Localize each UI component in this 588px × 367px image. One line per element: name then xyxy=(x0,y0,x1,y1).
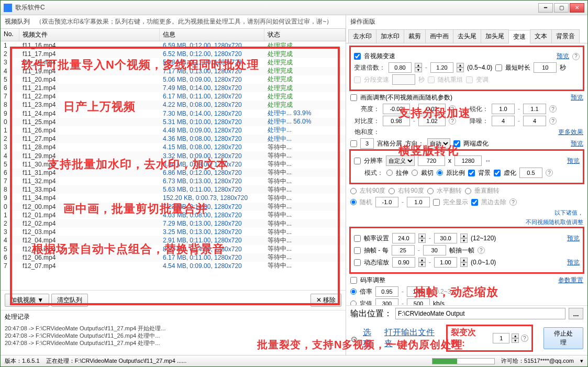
rot-hf[interactable] xyxy=(427,188,434,194)
help-icon[interactable]: ? xyxy=(549,117,557,125)
table-row[interactable]: 0f12_00.mp47.23 MB, 0:14.00, 1280x720等待中… xyxy=(1,203,346,211)
frame-hi[interactable] xyxy=(423,245,446,255)
remove-button[interactable]: ✕ 移除 xyxy=(310,294,341,307)
help-icon[interactable]: ? xyxy=(521,335,528,342)
table-row[interactable]: 6f11_21.mp47.49 MB, 0:14.00, 1280x720处理完… xyxy=(1,84,346,92)
table-row[interactable]: 2f11_27.mp44.36 MB, 0:08.00, 1280x720处理中… xyxy=(1,135,346,143)
table-body[interactable]: 1f11_16.mp46.59 MB, 0:12.00, 1280x720处理完… xyxy=(1,41,346,290)
rot-vf[interactable] xyxy=(465,188,471,194)
tab-1[interactable]: 加水印 xyxy=(376,29,404,43)
blur-input[interactable] xyxy=(519,168,542,178)
frame-lo[interactable] xyxy=(392,245,415,255)
preview-link[interactable]: 预览 xyxy=(557,52,569,61)
col-no[interactable]: No. xyxy=(1,29,19,41)
preview-link[interactable]: 预览 xyxy=(567,258,580,267)
table-row[interactable]: 3f12_03.mp43.25 MB, 0:13.00, 1280x720等待中… xyxy=(1,228,346,236)
short-input[interactable] xyxy=(534,62,557,73)
fps-lo[interactable] xyxy=(392,233,415,243)
table-row[interactable]: 7f11_22.mp46.17 MB, 0:11.00, 1280x720处理完… xyxy=(1,92,346,101)
clear-queue-button[interactable]: 清空队列 xyxy=(51,294,88,307)
help-icon[interactable]: ? xyxy=(478,247,485,254)
table-row[interactable]: 4f12_04.mp42.91 MB, 0:11.00, 1280x720等待中… xyxy=(1,236,346,244)
speed-checkbox[interactable] xyxy=(354,53,361,60)
zoom-lo[interactable] xyxy=(392,257,415,268)
zoom-hi[interactable] xyxy=(434,257,457,268)
table-row[interactable]: 3f11_18.mp45.98 MB, 0:11.00, 1280x720处理完… xyxy=(1,58,346,66)
swap-icon[interactable]: ↔ xyxy=(485,157,491,164)
table-row[interactable]: 6f11_31.mp46.86 MB, 0:12.00, 1280x720等待中… xyxy=(1,169,346,177)
bright-lo[interactable] xyxy=(383,104,410,114)
table-row[interactable]: 8f11_33.mp45.63 MB, 0:11.00, 1280x720等待中… xyxy=(1,185,346,194)
noise-lo[interactable] xyxy=(492,116,515,126)
table-row[interactable]: 1f11_26.mp44.48 MB, 0:09.00, 1280x720处理中… xyxy=(1,126,346,135)
options-link[interactable]: 选项 xyxy=(363,327,379,349)
res-checkbox[interactable] xyxy=(354,158,361,164)
more-effects-link[interactable]: 更多效果 xyxy=(558,128,583,137)
table-row[interactable]: 1f12_01.mp44.03 MB, 0:08.00, 1280x720等待中… xyxy=(1,211,346,219)
col-status[interactable]: 状态 xyxy=(264,29,346,41)
table-row[interactable]: 3f11_28.mp44.15 MB, 0:08.00, 1280x720等待中… xyxy=(1,143,346,151)
preview-link[interactable]: 预览 xyxy=(567,234,580,243)
tab-4[interactable]: 去头尾 xyxy=(453,29,481,43)
noise-hi[interactable] xyxy=(523,116,546,126)
reset-link[interactable]: 参数重置 xyxy=(558,276,583,285)
bg-checkbox[interactable] xyxy=(468,170,475,176)
col-file[interactable]: 视频文件 xyxy=(19,29,160,41)
minimize-button[interactable]: ━ xyxy=(538,3,553,13)
stretch-radio[interactable] xyxy=(386,170,393,176)
help-icon[interactable]: ? xyxy=(461,288,469,295)
blur-checkbox[interactable] xyxy=(494,170,501,176)
tab-5[interactable]: 加头尾 xyxy=(481,29,509,43)
chevron-down-icon[interactable]: ▾ xyxy=(580,358,583,364)
stop-button[interactable]: 停止处理 xyxy=(543,327,583,349)
sharp-hi[interactable] xyxy=(523,104,546,114)
table-row[interactable]: 1f11_16.mp46.59 MB, 0:12.00, 1280x720处理完… xyxy=(1,41,346,50)
rot-r90[interactable] xyxy=(389,188,395,194)
table-row[interactable]: 8f11_23.mp44.22 MB, 0:08.00, 1280x720处理完… xyxy=(1,101,346,109)
rate-radio[interactable] xyxy=(350,288,357,295)
keep-radio[interactable] xyxy=(437,170,443,176)
fps-checkbox[interactable] xyxy=(354,235,361,242)
help-icon[interactable]: ? xyxy=(572,53,580,60)
tab-3[interactable]: 画中画 xyxy=(425,29,453,43)
direction-select[interactable]: 自动 xyxy=(427,138,450,149)
table-row[interactable]: 4f11_29.mp43.32 MB, 0:09.00, 1280x720等待中… xyxy=(1,151,346,160)
help-icon[interactable]: ? xyxy=(509,198,517,206)
help-icon[interactable]: ? xyxy=(546,169,553,176)
rate-hi-input[interactable] xyxy=(430,62,453,73)
both-blur-checkbox[interactable] xyxy=(453,140,460,147)
tab-0[interactable]: 去水印 xyxy=(348,29,376,43)
table-row[interactable]: 2f11_17.mp46.52 MB, 0:12.00, 1280x720处理完… xyxy=(1,50,346,58)
browse-button[interactable]: ... xyxy=(569,308,583,319)
bright-hi[interactable] xyxy=(418,104,446,114)
help-icon[interactable]: ? xyxy=(549,105,557,113)
sharp-lo[interactable] xyxy=(492,104,515,114)
short-checkbox[interactable] xyxy=(495,64,502,71)
fixed-radio[interactable] xyxy=(350,301,357,305)
tab-2[interactable]: 裁剪 xyxy=(404,29,426,43)
preview-link[interactable]: 预览 xyxy=(567,157,580,165)
split-num[interactable] xyxy=(360,138,374,149)
table-row[interactable]: 5f11_30.mp43.84 MB, 0:08.00, 1280x720等待中… xyxy=(1,160,346,169)
contrast-hi[interactable] xyxy=(418,116,446,126)
rot-rand[interactable] xyxy=(350,199,357,205)
res-h-input[interactable] xyxy=(454,155,482,166)
contrast-lo[interactable] xyxy=(383,116,410,126)
table-row[interactable]: 2f12_02.mp47.29 MB, 0:13.00, 1280x720等待中… xyxy=(1,219,346,228)
table-row[interactable]: 6f12_06.mp46.17 MB, 0:11.00, 1280x720等待中… xyxy=(1,253,346,262)
gear-icon[interactable]: ⚙ xyxy=(350,335,358,342)
close-button[interactable]: ✕ xyxy=(570,3,584,13)
seg-checkbox[interactable] xyxy=(354,76,361,83)
output-path-input[interactable] xyxy=(395,308,565,319)
table-row[interactable]: 5f11_20.mp45.06 MB, 0:09.00, 1280x720处理完… xyxy=(1,75,346,84)
tab-6[interactable]: 变速 xyxy=(508,30,530,43)
table-row[interactable]: 0f11_25.mp45.31 MB, 0:10.00, 1280x720处理中… xyxy=(1,118,346,126)
bitrate-checkbox[interactable] xyxy=(350,277,357,284)
fission-input[interactable] xyxy=(493,333,509,343)
load-video-button[interactable]: 加载视频 ▼ xyxy=(5,294,49,307)
rot-l90[interactable] xyxy=(350,188,357,194)
crop-radio[interactable] xyxy=(412,170,418,176)
frame-checkbox[interactable] xyxy=(354,247,361,254)
adjust-checkbox[interactable] xyxy=(350,94,357,101)
fps-hi[interactable] xyxy=(434,233,457,243)
